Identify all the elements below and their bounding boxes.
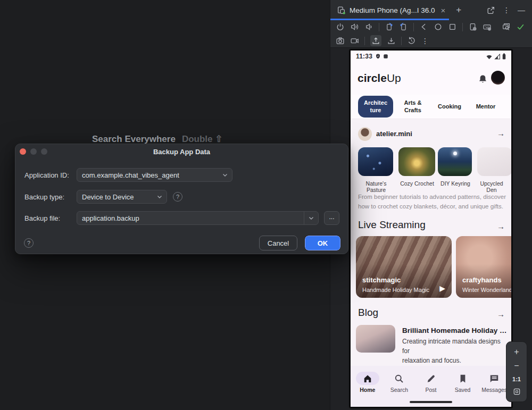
- browse-file-button[interactable]: ...: [324, 211, 339, 225]
- creator-arrow-icon[interactable]: →: [497, 129, 505, 138]
- volume-down-icon[interactable]: [364, 22, 373, 31]
- backup-upload-icon: [371, 36, 380, 45]
- back-button-icon[interactable]: [419, 22, 428, 31]
- backup-app-data-button[interactable]: [370, 35, 381, 46]
- live-card-stitchmagic[interactable]: stitchmagic Handmade Holiday Magic ▶: [356, 236, 452, 298]
- gallery-caption: DIY Keyring: [439, 180, 472, 187]
- device-tab-title: Medium Phone (Ag...I 36.0: [350, 6, 435, 14]
- creator-avatar[interactable]: [358, 127, 372, 141]
- panel-menu-icon[interactable]: ⋮: [503, 6, 510, 14]
- blog-post-image[interactable]: [356, 325, 395, 353]
- toolbar-separator: [413, 23, 414, 31]
- nav-home[interactable]: Home: [353, 366, 383, 407]
- toolbar-separator: [462, 23, 463, 31]
- power-button-icon[interactable]: [336, 22, 345, 31]
- blog-post-title[interactable]: Brilliant Homemade Holiday …: [402, 327, 509, 334]
- description-line2: how to crochet cozy blankets, décor, and…: [358, 203, 503, 210]
- live-streaming-arrow-icon[interactable]: →: [497, 222, 505, 231]
- live-card-craftyhands[interactable]: craftyhands Winter Wonderland: [456, 236, 511, 298]
- backup-type-label: Backup type:: [24, 193, 64, 201]
- nav-label: Post: [425, 387, 436, 393]
- gallery-image-natures-pasture[interactable]: [358, 147, 393, 176]
- search-everywhere-hint: Search EverywhereDouble ⇧: [92, 133, 222, 145]
- profile-avatar[interactable]: [491, 71, 505, 85]
- tab-cooking-label: Cooking: [438, 103, 461, 111]
- dialog-help-icon[interactable]: ?: [24, 238, 34, 248]
- home-icon: [362, 373, 373, 384]
- zoom-controls: + − 1:1: [506, 341, 527, 402]
- blog-post-description: Creating intricate mandala designs for r…: [402, 337, 509, 365]
- rotate-right-icon[interactable]: [399, 22, 408, 31]
- app-title-bold: circle: [358, 72, 387, 84]
- notifications-bell-icon[interactable]: [478, 74, 488, 85]
- phone-screen: 11:33 circleUp: [351, 51, 511, 407]
- battery-icon: [502, 53, 506, 60]
- backup-type-dropdown[interactable]: Device to Device: [77, 190, 167, 204]
- volume-up-icon[interactable]: [350, 22, 359, 31]
- rotate-left-icon[interactable]: [385, 22, 394, 31]
- nav-label: Messages: [481, 387, 507, 393]
- open-in-window-icon[interactable]: [486, 6, 495, 15]
- tab-architecture[interactable]: Architec ture: [358, 96, 393, 118]
- nav-label: Home: [360, 387, 375, 393]
- backup-file-label: Backup file:: [24, 214, 60, 222]
- backup-type-help-icon[interactable]: ?: [173, 192, 182, 202]
- bookmark-icon: [458, 373, 468, 384]
- application-id-dropdown[interactable]: com.example.chat_vibes_agent: [77, 168, 232, 182]
- dropdown-chevron-icon[interactable]: [304, 212, 318, 224]
- zoom-out-button[interactable]: −: [514, 362, 519, 370]
- nav-label: Search: [390, 387, 408, 393]
- overview-button-icon[interactable]: [448, 22, 457, 31]
- play-icon[interactable]: ▶: [439, 284, 445, 292]
- blog-arrow-icon[interactable]: →: [497, 309, 505, 319]
- screenshot-camera-icon[interactable]: [336, 36, 345, 45]
- virtual-keyboard-icon[interactable]: [483, 22, 492, 31]
- screen-record-icon[interactable]: [350, 36, 359, 45]
- tab-arts-crafts-line2: Crafts: [404, 107, 421, 114]
- dialog-title: Backup App Data: [15, 148, 348, 156]
- zoom-in-button[interactable]: +: [514, 348, 519, 356]
- backup-type-value: Device to Device: [82, 193, 134, 201]
- zoom-ratio-label[interactable]: 1:1: [512, 376, 521, 382]
- device-settings-icon[interactable]: [468, 22, 477, 31]
- tab-arts-crafts-line1: Arts &: [404, 99, 421, 107]
- dropdown-chevron-icon[interactable]: [153, 190, 167, 203]
- app-title: circleUp: [358, 72, 401, 85]
- minimize-panel-icon[interactable]: —: [518, 6, 525, 14]
- home-button-icon[interactable]: [434, 22, 443, 31]
- ok-button[interactable]: OK: [305, 236, 340, 250]
- tab-cooking[interactable]: Cooking: [436, 96, 463, 118]
- restore-download-icon[interactable]: [387, 36, 396, 45]
- gesture-navigation-bar[interactable]: [410, 401, 452, 403]
- search-everywhere-label: Search Everywhere: [92, 134, 176, 144]
- nav-messages[interactable]: Messages: [479, 366, 509, 407]
- reset-device-icon[interactable]: [407, 36, 416, 45]
- blog-desc-line2: relaxation and focus.: [402, 357, 461, 364]
- tab-mentor[interactable]: Mentor: [472, 96, 500, 118]
- screenshot-inspect-icon[interactable]: [502, 22, 511, 31]
- pencil-icon: [426, 373, 436, 384]
- tab-arts-crafts[interactable]: Arts & Crafts: [400, 96, 426, 118]
- gallery-image-diy-keyring[interactable]: [438, 147, 472, 176]
- backup-file-input[interactable]: application.backup: [77, 211, 319, 225]
- blog-heading: Blog: [358, 307, 378, 319]
- dropdown-chevron-icon[interactable]: [218, 169, 232, 181]
- gallery-image-upcycled-den[interactable]: [477, 147, 511, 176]
- device-tab[interactable]: Medium Phone (Ag...I 36.0 ×: [330, 0, 453, 20]
- cancel-button[interactable]: Cancel: [259, 236, 297, 250]
- fit-to-window-icon[interactable]: [513, 388, 521, 396]
- wifi-icon: [486, 54, 493, 60]
- gallery-caption: Cozy Crochet: [400, 180, 435, 187]
- tab-architecture-line2: ture: [370, 107, 381, 114]
- blog-desc-line1: Creating intricate mandala designs for: [402, 338, 501, 355]
- app-title-light: Up: [387, 72, 401, 84]
- screenshot-root: Search EverywhereDouble ⇧ Medium Phone (…: [0, 0, 532, 410]
- confirm-check-icon[interactable]: [516, 22, 525, 31]
- nav-saved[interactable]: Saved: [448, 366, 478, 407]
- close-tab-icon[interactable]: ×: [439, 6, 448, 15]
- creator-row[interactable]: atelier.mini →: [351, 127, 511, 143]
- gallery-image-cozy-crochet[interactable]: [398, 147, 435, 176]
- signal-icon: [494, 54, 501, 60]
- more-actions-icon[interactable]: ⋮: [421, 37, 429, 45]
- new-tab-icon[interactable]: +: [456, 5, 461, 15]
